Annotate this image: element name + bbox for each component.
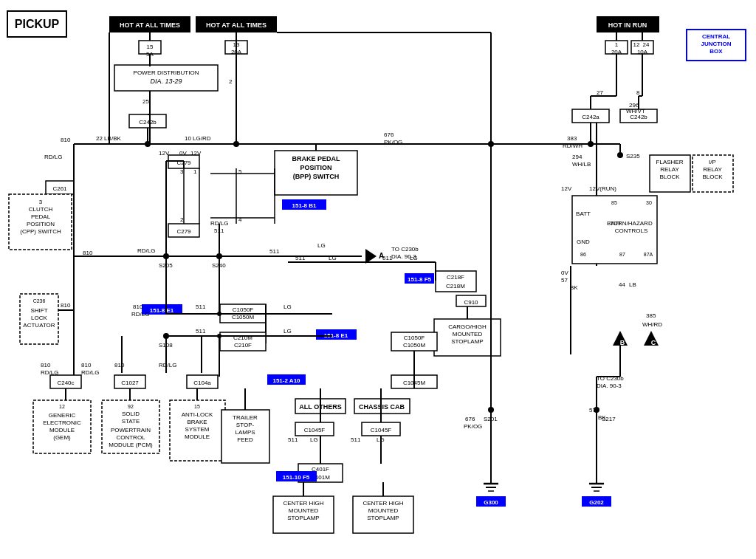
wiring-diagram: PICKUP HOT AT ALL TIMES HOT AT ALL TIMES… — [0, 0, 756, 559]
svg-text:WH/RD: WH/RD — [642, 321, 662, 328]
svg-text:85: 85 — [611, 200, 617, 205]
svg-text:RELAY: RELAY — [660, 166, 679, 173]
svg-text:JUNCTION: JUNCTION — [701, 41, 732, 47]
svg-text:151-2 A10: 151-2 A10 — [272, 377, 300, 384]
svg-text:LG: LG — [284, 303, 292, 310]
svg-text:BLOCK: BLOCK — [659, 174, 680, 180]
svg-text:C1050M: C1050M — [232, 314, 255, 320]
svg-text:810: 810 — [61, 302, 71, 309]
svg-text:WH/LB: WH/LB — [572, 161, 591, 168]
svg-text:294: 294 — [572, 154, 583, 160]
svg-text:POWER DISTRIBUTION: POWER DISTRIBUTION — [134, 69, 199, 76]
svg-text:C236: C236 — [33, 298, 46, 303]
svg-text:810: 810 — [133, 303, 143, 310]
svg-text:C261: C261 — [52, 185, 67, 192]
svg-text:C279: C279 — [176, 228, 191, 235]
svg-text:C1045F: C1045F — [304, 427, 326, 433]
svg-text:810: 810 — [61, 137, 71, 143]
svg-text:C218M: C218M — [446, 283, 465, 289]
svg-text:676: 676 — [465, 416, 475, 422]
svg-text:PK/OG: PK/OG — [384, 139, 402, 145]
svg-text:TO C230b: TO C230b — [391, 246, 419, 253]
svg-text:SHIFT: SHIFT — [30, 307, 47, 314]
svg-text:3: 3 — [39, 199, 43, 205]
svg-text:HOT IN RUN: HOT IN RUN — [608, 21, 647, 29]
svg-text:C242a: C242a — [582, 114, 599, 120]
svg-text:BOX: BOX — [709, 48, 723, 55]
svg-text:RELAY: RELAY — [703, 166, 722, 173]
svg-text:LG: LG — [310, 436, 318, 443]
svg-text:511: 511 — [288, 436, 298, 443]
svg-text:C: C — [651, 339, 656, 346]
svg-text:LOCK: LOCK — [31, 315, 47, 321]
svg-text:810: 810 — [83, 250, 93, 256]
svg-text:RD/LG: RD/LG — [81, 369, 99, 376]
svg-text:511: 511 — [214, 227, 224, 234]
svg-text:MOUNTED: MOUNTED — [289, 507, 319, 514]
svg-text:BATT: BATT — [576, 210, 591, 217]
svg-text:CONTROLS: CONTROLS — [615, 227, 647, 234]
svg-text:12V: 12V — [561, 185, 572, 192]
svg-text:TURN/HAZARD: TURN/HAZARD — [610, 220, 653, 227]
svg-text:G202: G202 — [589, 499, 604, 506]
svg-text:SYSTEM: SYSTEM — [185, 426, 210, 433]
svg-text:57: 57 — [561, 277, 568, 284]
svg-text:12V: 12V — [159, 150, 170, 157]
svg-point-333 — [145, 141, 151, 147]
svg-text:0V: 0V — [561, 270, 568, 276]
svg-text:8: 8 — [636, 89, 640, 96]
svg-text:151-10 F5: 151-10 F5 — [283, 474, 310, 481]
svg-text:27: 27 — [597, 89, 603, 96]
svg-text:BK: BK — [598, 414, 606, 421]
svg-text:CENTER HIGH: CENTER HIGH — [362, 500, 403, 507]
svg-text:15: 15 — [194, 404, 200, 409]
svg-text:92: 92 — [128, 404, 134, 409]
svg-text:WH/VT: WH/VT — [626, 108, 645, 114]
svg-text:STOPLAMP: STOPLAMP — [287, 515, 319, 521]
svg-text:HOT AT ALL TIMES: HOT AT ALL TIMES — [206, 21, 267, 29]
svg-text:C104a: C104a — [193, 380, 211, 386]
svg-text:GND: GND — [577, 239, 590, 245]
svg-text:FLASHER: FLASHER — [656, 159, 684, 165]
svg-text:151-8 B1: 151-8 B1 — [292, 202, 317, 209]
svg-text:HOT AT ALL TIMES: HOT AT ALL TIMES — [120, 21, 180, 29]
svg-text:BRAKE PEDAL: BRAKE PEDAL — [292, 155, 340, 162]
svg-text:15: 15 — [147, 44, 154, 50]
svg-point-335 — [588, 141, 594, 147]
svg-text:C910: C910 — [464, 299, 478, 306]
svg-point-65 — [617, 152, 623, 158]
svg-text:(CPP) SWITCH: (CPP) SWITCH — [20, 228, 61, 235]
svg-text:POSITION: POSITION — [300, 164, 331, 171]
svg-text:25: 25 — [142, 98, 149, 105]
svg-text:STATE: STATE — [122, 418, 140, 425]
svg-text:1: 1 — [615, 41, 619, 48]
svg-text:87A: 87A — [644, 252, 653, 257]
svg-text:CHASSIS CAB: CHASSIS CAB — [359, 403, 405, 411]
svg-text:RD/WH: RD/WH — [563, 143, 583, 149]
svg-text:57: 57 — [589, 407, 596, 414]
svg-text:MODULE: MODULE — [49, 427, 75, 433]
svg-text:PK/OG: PK/OG — [464, 423, 482, 430]
svg-text:B: B — [620, 339, 625, 346]
svg-text:PICKUP: PICKUP — [15, 18, 60, 30]
svg-text:676: 676 — [384, 131, 394, 138]
svg-text:RD/LG: RD/LG — [159, 362, 176, 368]
svg-text:LAMPS: LAMPS — [235, 429, 255, 436]
svg-text:POSITION: POSITION — [27, 221, 55, 227]
svg-text:I/P: I/P — [709, 159, 716, 165]
svg-text:RD/LG: RD/LG — [210, 220, 228, 227]
svg-text:12: 12 — [633, 41, 640, 48]
svg-text:C1027: C1027 — [121, 380, 139, 386]
svg-text:86: 86 — [580, 252, 586, 257]
svg-text:ANTI-LOCK: ANTI-LOCK — [182, 411, 213, 418]
svg-text:DIA. 13-29: DIA. 13-29 — [150, 78, 182, 85]
svg-text:87: 87 — [619, 252, 625, 257]
svg-text:810: 810 — [81, 362, 92, 368]
svg-text:(GEM): (GEM) — [53, 434, 71, 441]
svg-text:810: 810 — [41, 362, 51, 368]
svg-text:LB: LB — [629, 281, 636, 288]
svg-text:BRAKE: BRAKE — [187, 419, 207, 425]
svg-point-343 — [217, 312, 221, 316]
svg-text:LG: LG — [410, 255, 418, 261]
svg-text:CONTROL: CONTROL — [116, 434, 145, 441]
